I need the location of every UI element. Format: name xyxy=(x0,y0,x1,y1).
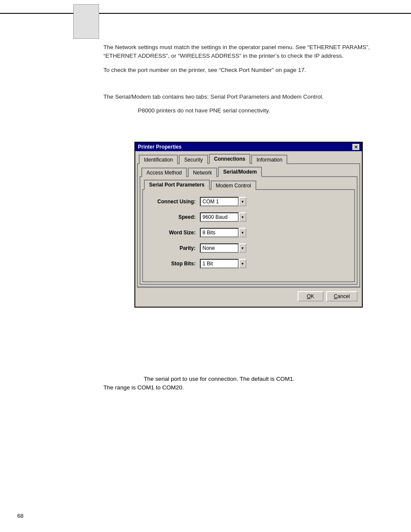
connect-using-row: Connect Using: COM 1 ▼ xyxy=(148,197,349,206)
tab-connections[interactable]: Connections xyxy=(209,154,251,164)
tab-serial-modem[interactable]: Serial/Modem xyxy=(218,167,262,177)
tab-security[interactable]: Security xyxy=(179,155,208,164)
stop-bits-dropdown-wrap: 1 Bit ▼ xyxy=(200,259,246,268)
top-bar xyxy=(0,13,411,14)
ok-button[interactable]: OK xyxy=(298,291,324,302)
tab-modem-control[interactable]: Modem Control xyxy=(211,180,256,190)
dialog-body: Identification Security Connections Info… xyxy=(135,151,362,307)
page-container: The Network settings must match the sett… xyxy=(0,0,411,532)
cancel-label: Cancel xyxy=(334,293,350,299)
bottom-paragraph-1: The serial port to use for connection. T… xyxy=(103,375,394,383)
paragraph-4: P8000 printers do not have PNE serial co… xyxy=(103,106,394,115)
parity-label: Parity: xyxy=(148,245,196,251)
parity-row: Parity: None ▼ xyxy=(148,243,349,253)
connect-using-value[interactable]: COM 1 xyxy=(200,197,239,206)
tab-access-method[interactable]: Access Method xyxy=(141,168,187,177)
parity-dropdown-wrap: None ▼ xyxy=(200,243,246,253)
bottom-paragraph-2: The range is COM1 to COM20. xyxy=(103,383,394,392)
tabs-level1-row: Identification Security Connections Info… xyxy=(137,153,360,164)
side-tab xyxy=(73,4,99,39)
page-number: 68 xyxy=(17,513,23,519)
stop-bits-value[interactable]: 1 Bit xyxy=(200,259,239,268)
parity-value[interactable]: None xyxy=(200,243,239,253)
connect-using-arrow[interactable]: ▼ xyxy=(239,197,246,206)
main-content: The Network settings must match the sett… xyxy=(103,43,394,316)
dialog-title: Printer Properties xyxy=(138,144,181,150)
speed-arrow[interactable]: ▼ xyxy=(239,212,246,222)
word-size-row: Word Size: 8 Bits ▼ xyxy=(148,228,349,237)
tab-serial-port-parameters[interactable]: Serial Port Parameters xyxy=(144,180,210,190)
word-size-arrow[interactable]: ▼ xyxy=(239,228,246,237)
connect-using-label: Connect Using: xyxy=(148,199,196,205)
connect-using-dropdown-wrap: COM 1 ▼ xyxy=(200,197,246,206)
tab-network[interactable]: Network xyxy=(188,168,217,177)
speed-row: Speed: 9600 Baud ▼ xyxy=(148,212,349,222)
speed-value[interactable]: 9600 Baud xyxy=(200,212,239,222)
stop-bits-arrow[interactable]: ▼ xyxy=(239,259,246,268)
paragraph-3: The Serial/Modem tab contains two tabs: … xyxy=(103,93,394,101)
parity-arrow[interactable]: ▼ xyxy=(239,243,246,253)
printer-properties-dialog: Printer Properties ✕ Identification Secu… xyxy=(134,142,363,308)
bottom-text-area: The serial port to use for connection. T… xyxy=(103,375,394,392)
stop-bits-label: Stop Bits: xyxy=(148,261,196,267)
dialog-close-button[interactable]: ✕ xyxy=(352,144,359,150)
tabs-level2-row: Access Method Network Serial/Modem xyxy=(140,166,358,177)
word-size-label: Word Size: xyxy=(148,230,196,236)
dialog-buttons: OK Cancel xyxy=(137,287,360,305)
dialog-titlebar: Printer Properties ✕ xyxy=(135,143,362,151)
cancel-button[interactable]: Cancel xyxy=(326,291,358,302)
speed-dropdown-wrap: 9600 Baud ▼ xyxy=(200,212,246,222)
tab-information[interactable]: Information xyxy=(251,155,287,164)
paragraph-2: To check the port number on the printer,… xyxy=(103,66,394,75)
serial-port-parameters-content: Connect Using: COM 1 ▼ Speed: 960 xyxy=(142,190,355,282)
tabs-level3-row: Serial Port Parameters Modem Control xyxy=(142,179,355,190)
word-size-dropdown-wrap: 8 Bits ▼ xyxy=(200,228,246,237)
ok-label: OK xyxy=(307,293,314,299)
word-size-value[interactable]: 8 Bits xyxy=(200,228,239,237)
tab-identification[interactable]: Identification xyxy=(139,155,178,164)
tab-connections-content: Access Method Network Serial/Modem xyxy=(137,164,360,287)
speed-label: Speed: xyxy=(148,214,196,220)
paragraph-1: The Network settings must match the sett… xyxy=(103,43,394,61)
tab-serial-modem-content: Serial Port Parameters Modem Control Con… xyxy=(140,177,358,285)
stop-bits-row: Stop Bits: 1 Bit ▼ xyxy=(148,259,349,268)
